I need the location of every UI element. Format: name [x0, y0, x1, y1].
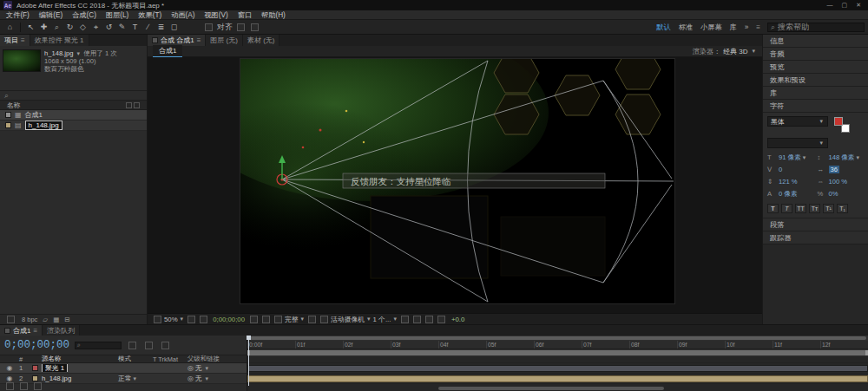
type-tool-icon[interactable]: T: [128, 23, 141, 31]
brush-tool-icon[interactable]: ∕: [141, 23, 155, 31]
column-name[interactable]: 名称: [7, 101, 21, 110]
hand-tool-icon[interactable]: ✚: [37, 23, 50, 31]
tab-footage[interactable]: 素材 (无): [243, 35, 280, 46]
small-caps-button[interactable]: Tᴛ: [809, 204, 820, 213]
resolution-select[interactable]: 完整: [285, 315, 299, 324]
tsume-value[interactable]: 0%: [829, 190, 838, 198]
layer-row-1[interactable]: ◉ 1 聚光 1 ◎ 无 ▾: [0, 363, 247, 374]
column-type-icon[interactable]: [126, 102, 132, 108]
leading-value[interactable]: 148 像素: [829, 153, 855, 162]
project-list-header[interactable]: 名称: [0, 101, 147, 110]
project-item-name-editing[interactable]: h_148.jpg: [25, 121, 62, 130]
menu-file[interactable]: 文件(F): [6, 10, 30, 20]
workspace-tab-standard[interactable]: 标准: [679, 23, 693, 32]
layer-2-duration-bar[interactable]: [247, 375, 868, 382]
panel-menu-icon[interactable]: ≡: [197, 36, 201, 44]
workspace-tab-libraries[interactable]: 库: [730, 23, 737, 32]
time-ruler[interactable]: 0:00f 01f 02f 03f 04f 05f 06f 07f 08f 09…: [247, 341, 868, 349]
layer-mode[interactable]: 正常 ▾: [118, 374, 153, 383]
new-composition-icon[interactable]: ▦: [53, 316, 59, 323]
visibility-eye-icon[interactable]: ◉: [0, 364, 19, 372]
snap-align-label[interactable]: 对齐: [217, 22, 233, 33]
current-timecode[interactable]: 0;00;00;00: [4, 339, 69, 351]
panel-tab-preview[interactable]: 预览: [763, 61, 868, 74]
minimize-button-icon[interactable]: —: [827, 2, 833, 9]
subscript-button[interactable]: T₁: [837, 204, 848, 213]
menu-window[interactable]: 窗口: [238, 10, 252, 20]
workspace-tab-small-screen[interactable]: 小屏幕: [700, 23, 722, 32]
dolly-camera-tool-icon[interactable]: ⌖: [89, 23, 102, 32]
visibility-eye-icon[interactable]: ◉: [0, 375, 19, 382]
expand-in-out-icon[interactable]: [34, 382, 42, 390]
baseline-shift-value[interactable]: 0 像素: [779, 190, 798, 199]
show-snapshot-icon[interactable]: [262, 316, 270, 323]
home-tool-icon[interactable]: ⌂: [3, 23, 16, 31]
panel-menu-icon[interactable]: ≡: [33, 327, 37, 335]
text-layer-banner[interactable]: 反馈朋友：支持星位降临: [343, 173, 605, 188]
tab-layer[interactable]: 图层 (无): [206, 35, 243, 46]
parent-select[interactable]: 无: [195, 374, 202, 383]
workspace-tab-default[interactable]: 默认: [656, 23, 670, 32]
playhead-handle[interactable]: [247, 336, 251, 340]
delete-icon[interactable]: ⊟: [64, 316, 69, 323]
kerning-value[interactable]: 0: [779, 166, 782, 173]
orbit-camera-tool-icon[interactable]: ↻: [63, 23, 76, 31]
snapshot-icon[interactable]: [250, 316, 258, 323]
interpret-footage-icon[interactable]: [7, 316, 15, 323]
panel-menu-icon[interactable]: ≡: [21, 36, 25, 44]
zoom-level[interactable]: 50%: [164, 316, 178, 323]
project-item-comp[interactable]: ▦ 合成1: [0, 110, 147, 121]
column-trkmat[interactable]: T TrkMat: [153, 355, 187, 363]
viewer-timecode[interactable]: 0;00;00;00: [213, 316, 245, 323]
tab-effect-controls[interactable]: 效果控件 聚光 1: [30, 35, 89, 46]
overlay-text[interactable]: 反馈朋友：支持星位降临: [351, 176, 451, 186]
panel-tab-tracker[interactable]: 跟踪器: [763, 231, 868, 244]
zoom-tool-icon[interactable]: ⌕: [50, 23, 63, 32]
chevron-down-icon[interactable]: ▾: [77, 50, 81, 56]
menu-edit[interactable]: 编辑(E): [39, 10, 62, 20]
grid-guides-icon[interactable]: [187, 316, 195, 323]
font-size-value[interactable]: 91 像素: [779, 153, 801, 162]
maximize-button-icon[interactable]: ▢: [842, 2, 848, 9]
panel-tab-audio[interactable]: 音频: [763, 48, 868, 61]
label-chip[interactable]: [5, 112, 11, 118]
snap-option2-icon[interactable]: [251, 23, 259, 31]
label-chip[interactable]: [5, 122, 11, 128]
composition-canvas[interactable]: 反馈朋友：支持星位降临: [240, 59, 674, 303]
work-area-bar[interactable]: [247, 349, 868, 356]
parent-select[interactable]: 无: [195, 363, 202, 373]
column-mode[interactable]: 模式: [118, 355, 153, 363]
pixel-aspect-icon[interactable]: [401, 316, 409, 323]
panel-tab-libraries[interactable]: 库: [763, 87, 868, 100]
panel-tab-paragraph[interactable]: 段落: [763, 218, 868, 231]
view-select[interactable]: 活动摄像机: [331, 315, 365, 324]
font-family-select[interactable]: 黑体 ▾: [767, 116, 828, 127]
snap-option-icon[interactable]: [237, 23, 245, 31]
fill-color-swatch[interactable]: [834, 117, 843, 126]
horizontal-scale-value[interactable]: 100 %: [829, 178, 848, 186]
layer-name[interactable]: h_148.jpg: [42, 375, 118, 382]
composition-stage[interactable]: 反馈朋友：支持星位降临: [240, 59, 674, 303]
draft-3d-icon[interactable]: [145, 342, 153, 349]
layer-name-editing[interactable]: 聚光 1: [42, 364, 68, 372]
panel-tab-effects-presets[interactable]: 效果和预设: [763, 74, 868, 87]
menu-help[interactable]: 帮助(H): [261, 10, 286, 20]
help-search-input[interactable]: ⌕ 搜索帮助: [767, 23, 865, 32]
clone-stamp-tool-icon[interactable]: ≣: [155, 23, 168, 31]
snap-grid-icon[interactable]: [205, 23, 213, 31]
motion-blur-icon[interactable]: [161, 342, 169, 349]
exposure-value[interactable]: +0.0: [451, 316, 464, 323]
channels-icon[interactable]: [274, 316, 282, 323]
pickwhip-icon[interactable]: ◎: [187, 364, 194, 372]
project-item-footage[interactable]: ▤ h_148.jpg: [0, 121, 147, 131]
expand-transfer-controls-icon[interactable]: [20, 382, 28, 390]
menu-effect[interactable]: 效果(T): [138, 10, 161, 20]
view-layout-select[interactable]: 1 个...: [373, 315, 391, 324]
workspace-overflow-icon[interactable]: »: [745, 23, 749, 31]
panel-tab-info[interactable]: 信息: [763, 35, 868, 48]
renderer-control[interactable]: 渲染器： 经典 3D ▾: [693, 47, 757, 56]
superscript-button[interactable]: T¹: [823, 204, 834, 213]
pen-tool-icon[interactable]: ✎: [115, 23, 128, 31]
region-of-interest-icon[interactable]: [308, 316, 316, 323]
eraser-tool-icon[interactable]: ◻: [168, 23, 181, 31]
